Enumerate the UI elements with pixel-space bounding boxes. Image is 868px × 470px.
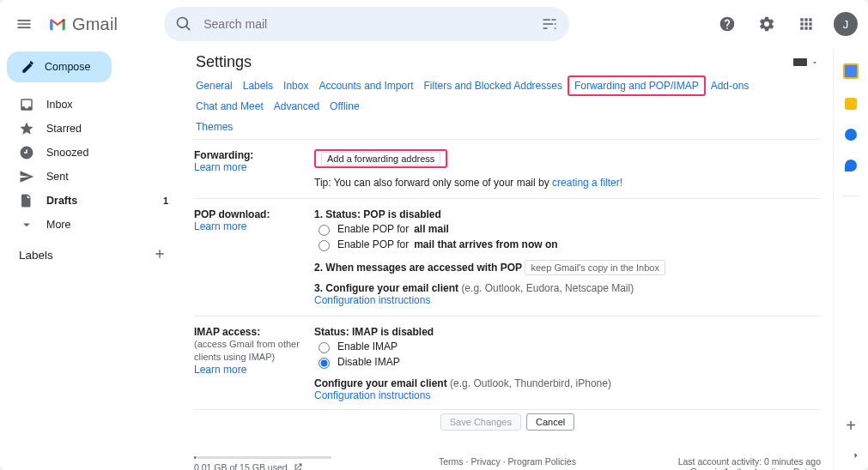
tasks-app-icon[interactable] — [845, 129, 857, 141]
nav-label: Snoozed — [46, 147, 88, 159]
imap-title: IMAP access: — [194, 326, 309, 338]
imap-subtitle: (access Gmail from other clients using I… — [194, 338, 309, 364]
pop-step3-label: 3. Configure your email client — [314, 282, 461, 294]
nav-inbox[interactable]: Inbox — [7, 93, 177, 117]
open-in-new-icon[interactable] — [293, 462, 303, 470]
nav-drafts[interactable]: Drafts 1 — [7, 189, 177, 213]
help-icon — [719, 15, 736, 33]
keep-app-icon[interactable] — [845, 98, 857, 110]
section-forwarding: Forwarding: Learn more Add a forwarding … — [194, 147, 821, 191]
add-forwarding-address-button[interactable]: Add a forwarding address — [321, 152, 440, 166]
main-menu-button[interactable] — [7, 7, 41, 41]
brand[interactable]: Gmail — [48, 15, 118, 34]
account-avatar[interactable]: J — [834, 12, 858, 36]
tab-chat-meet[interactable]: Chat and Meet — [196, 100, 264, 112]
contacts-app-icon[interactable] — [845, 160, 857, 172]
tab-addons[interactable]: Add-ons — [711, 80, 750, 92]
imap-disable-radio[interactable] — [319, 358, 330, 369]
imap-status-label: Status: — [314, 326, 352, 338]
imap-disable-label: Disable IMAP — [337, 356, 400, 368]
compose-button[interactable]: Compose — [7, 51, 112, 82]
calendar-app-icon[interactable] — [843, 63, 859, 79]
search-button[interactable] — [169, 9, 198, 39]
tab-labels[interactable]: Labels — [243, 80, 273, 92]
cancel-button[interactable]: Cancel — [526, 413, 574, 431]
imap-enable[interactable]: Enable IMAP — [314, 340, 821, 353]
pop-enable-now[interactable]: Enable POP for mail that arrives from no… — [314, 238, 821, 251]
storage-text: 0.01 GB of 15 GB used — [194, 462, 288, 470]
header-actions: J — [710, 7, 858, 41]
tab-advanced[interactable]: Advanced — [274, 100, 319, 112]
content-footer: 0.01 GB of 15 GB used Terms · Privacy · … — [194, 449, 821, 470]
pencil-icon — [21, 59, 36, 75]
tab-inbox[interactable]: Inbox — [283, 80, 308, 92]
search-options-button[interactable] — [535, 9, 564, 39]
labels-heading: Labels — [7, 237, 177, 268]
footer-terms[interactable]: Terms — [439, 456, 464, 467]
gear-icon — [758, 15, 775, 33]
forwarding-tip: Tip: You can also forward only some of y… — [314, 177, 622, 189]
draft-icon — [19, 193, 34, 208]
chevron-right-icon — [851, 450, 861, 461]
footer-policies[interactable]: Program Policies — [508, 456, 576, 467]
nav-sent[interactable]: Sent — [7, 165, 177, 189]
imap-status-value: IMAP is disabled — [352, 326, 434, 338]
pop-access-select[interactable]: keep Gmail's copy in the Inbox — [525, 260, 665, 275]
footer-open-other[interactable]: Open in 1 other location — [690, 467, 786, 470]
brand-name: Gmail — [72, 15, 118, 34]
labels-heading-text: Labels — [19, 249, 53, 262]
footer-details[interactable]: Details — [793, 467, 821, 470]
save-button: Save Changes — [440, 413, 521, 431]
tab-offline[interactable]: Offline — [330, 100, 359, 112]
input-tools-button[interactable] — [793, 58, 819, 67]
settings-tabs: General Labels Inbox Accounts and Import… — [194, 76, 821, 138]
storage-bar — [194, 456, 331, 459]
tab-filters[interactable]: Filters and Blocked Addresses — [424, 80, 562, 92]
search-bar[interactable] — [164, 7, 569, 41]
apps-button[interactable] — [789, 7, 823, 41]
imap-learn-more[interactable]: Learn more — [194, 364, 246, 376]
nav-more[interactable]: More — [7, 213, 177, 237]
clock-icon — [19, 145, 34, 160]
header: Gmail J — [0, 0, 868, 48]
imap-enable-label: Enable IMAP — [337, 340, 398, 352]
pop-status-label: 1. Status: — [314, 208, 363, 220]
settings-title: Settings — [196, 53, 252, 71]
pop-enable-all-radio[interactable] — [319, 225, 330, 236]
sidebar: Compose Inbox Starred Snoozed Sent Draft… — [0, 48, 182, 470]
plus-icon — [153, 247, 167, 261]
imap-cfg-label: Configure your email client — [314, 377, 450, 389]
imap-enable-radio[interactable] — [319, 342, 330, 353]
nav-starred[interactable]: Starred — [7, 117, 177, 141]
forwarding-learn-more[interactable]: Learn more — [194, 161, 246, 173]
pop-enable-now-radio[interactable] — [319, 240, 330, 251]
pop-status-value: POP is disabled — [363, 208, 440, 220]
apps-grid-icon — [798, 15, 815, 33]
pop-learn-more[interactable]: Learn more — [194, 220, 246, 232]
settings-actions: Save Changes Cancel — [194, 409, 821, 431]
pop-step3-muted: (e.g. Outlook, Eudora, Netscape Mail) — [461, 282, 634, 294]
create-filter-link[interactable]: creating a filter! — [552, 177, 622, 189]
tab-accounts[interactable]: Accounts and Import — [319, 80, 413, 92]
tab-forwarding-pop-imap[interactable]: Forwarding and POP/IMAP — [568, 75, 706, 96]
pop-step2-label: 2. When messages are accessed with POP — [314, 262, 522, 274]
search-input[interactable] — [198, 10, 535, 38]
pop-title: POP download: — [194, 208, 309, 220]
get-addons-button[interactable]: + — [846, 416, 856, 436]
imap-config-link[interactable]: Configuration instructions — [314, 389, 430, 401]
footer-privacy[interactable]: Privacy — [470, 456, 500, 467]
side-panel-collapse-button[interactable] — [851, 450, 861, 463]
nav-snoozed[interactable]: Snoozed — [7, 141, 177, 165]
pop-enable-all[interactable]: Enable POP for all mail — [314, 222, 821, 236]
compose-label: Compose — [45, 61, 91, 73]
nav-label: Starred — [46, 123, 82, 135]
pop-config-link[interactable]: Configuration instructions — [314, 294, 430, 306]
tab-themes[interactable]: Themes — [196, 121, 819, 133]
tab-general[interactable]: General — [196, 80, 233, 92]
support-button[interactable] — [710, 7, 744, 41]
settings-button[interactable] — [750, 7, 784, 41]
keyboard-icon — [793, 58, 807, 66]
add-label-button[interactable] — [153, 247, 167, 263]
pop-all-text: Enable POP for — [337, 223, 409, 235]
imap-disable[interactable]: Disable IMAP — [314, 355, 821, 369]
